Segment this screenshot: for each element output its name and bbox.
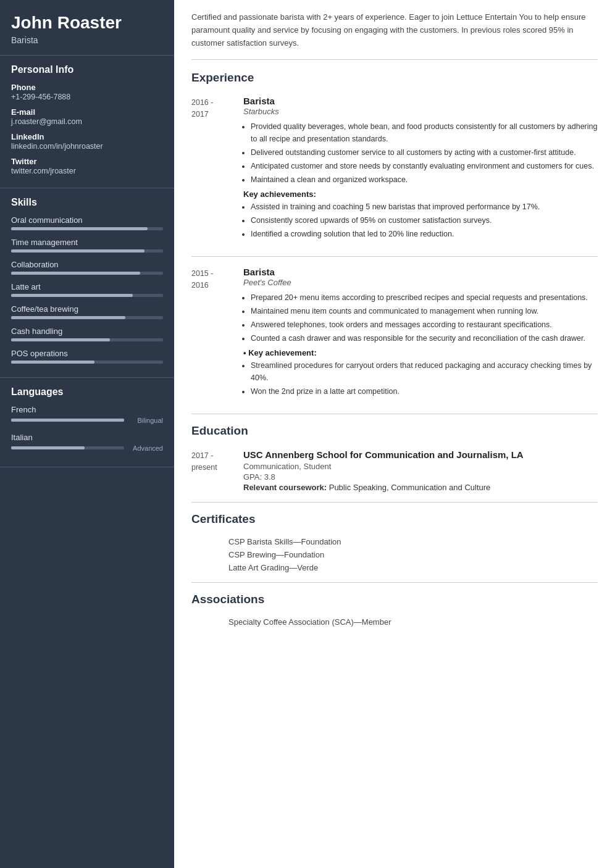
bullet-item: Provided quality beverages, whole bean, … <box>251 120 598 145</box>
email-label: E-mail <box>11 107 163 117</box>
experience-section: Experience 2016 -2017 Barista Starbucks … <box>191 71 598 401</box>
skill-coffee-tea-brewing: Coffee/tea brewing <box>11 304 163 319</box>
skill-bar-fill <box>11 316 125 319</box>
education-heading: Education <box>191 424 598 440</box>
email-value: j.roaster@gmail.com <box>11 117 163 126</box>
skill-bar-fill <box>11 361 94 364</box>
lang-level: Bilingual <box>129 417 163 424</box>
achievements-bullets: Streamlined procedures for carryout orde… <box>243 359 598 398</box>
main-content: Certified and passionate barista with 2+… <box>174 0 615 868</box>
lang-bar-bg <box>11 446 124 449</box>
summary-text: Certified and passionate barista with 2+… <box>191 11 598 60</box>
lang-level: Advanced <box>129 444 163 452</box>
assoc-item: Specialty Coffee Association (SCA)—Membe… <box>191 617 598 627</box>
job-peets: 2015 -2016 Barista Peet's Coffee Prepare… <box>191 267 598 401</box>
job-bullets: Provided quality beverages, whole bean, … <box>243 120 598 186</box>
lang-italian: Italian Advanced <box>11 433 163 452</box>
bullet-item: Counted a cash drawer and was responsibl… <box>251 332 598 344</box>
email-item: E-mail j.roaster@gmail.com <box>11 107 163 126</box>
lang-bar-fill <box>11 419 124 422</box>
edu-coursework: Relevant coursework: Public Speaking, Co… <box>243 483 598 492</box>
skill-name: Cash handling <box>11 327 163 336</box>
achievement-item: Identified a crowding solution that led … <box>251 228 598 240</box>
skill-bar-fill <box>11 249 144 252</box>
job-bullets: Prepared 20+ menu items according to pre… <box>243 291 598 344</box>
skills-section: Skills Oral communication Time managemen… <box>0 188 174 378</box>
education-section: Education 2017 -present USC Annenberg Sc… <box>191 424 598 492</box>
skill-name: Time management <box>11 238 163 247</box>
edu-school: USC Annenberg School for Communication a… <box>243 449 598 461</box>
key-achievements-label: Key achievements: <box>243 190 598 199</box>
skill-bar-bg <box>11 294 163 297</box>
associations-section: Associations Specialty Coffee Associatio… <box>191 593 598 627</box>
twitter-label: Twitter <box>11 157 163 166</box>
lang-bar-bg <box>11 419 124 422</box>
job-content: Barista Starbucks Provided quality bever… <box>243 96 598 244</box>
personal-info-section: Personal Info Phone +1-299-456-7888 E-ma… <box>0 56 174 188</box>
skill-bar-bg <box>11 361 163 364</box>
skill-bar-fill <box>11 227 148 230</box>
job-title: Barista <box>243 267 598 277</box>
skills-heading: Skills <box>11 197 163 208</box>
skill-bar-bg <box>11 338 163 341</box>
lang-bar-row: Bilingual <box>11 417 163 424</box>
job-title: Barista <box>243 96 598 106</box>
bullet-item: Anticipated customer and store needs by … <box>251 160 598 172</box>
section-divider <box>191 256 598 257</box>
skill-name: Latte art <box>11 282 163 291</box>
sidebar: John Roaster Barista Personal Info Phone… <box>0 0 174 868</box>
phone-value: +1-299-456-7888 <box>11 93 163 101</box>
skill-bar-bg <box>11 316 163 319</box>
lang-bar-row: Advanced <box>11 444 163 452</box>
edu-gpa: GPA: 3.8 <box>243 472 598 482</box>
languages-heading: Languages <box>11 386 163 398</box>
achievement-item: Assisted in training and coaching 5 new … <box>251 201 598 213</box>
skill-pos-operations: POS operations <box>11 349 163 364</box>
skill-bar-bg <box>11 272 163 275</box>
achievements-bullets: Assisted in training and coaching 5 new … <box>243 201 598 240</box>
associations-heading: Associations <box>191 593 598 609</box>
job-content: Barista Peet's Coffee Prepared 20+ menu … <box>243 267 598 401</box>
cert-item: CSP Barista Skills—Foundation <box>191 537 598 546</box>
key-achievements-label: • Key achievement: <box>243 348 598 357</box>
edu-content: USC Annenberg School for Communication a… <box>243 449 598 492</box>
skill-name: Collaboration <box>11 260 163 269</box>
cert-item: CSP Brewing—Foundation <box>191 550 598 559</box>
skill-time-management: Time management <box>11 238 163 252</box>
edu-date: 2017 -present <box>191 449 233 474</box>
job-date: 2016 -2017 <box>191 96 233 120</box>
sidebar-header: John Roaster Barista <box>0 0 174 56</box>
skill-bar-bg <box>11 249 163 252</box>
lang-bar-fill <box>11 446 85 449</box>
candidate-name: John Roaster <box>11 14 163 33</box>
skill-bar-fill <box>11 294 133 297</box>
skill-name: POS operations <box>11 349 163 358</box>
bullet-item: Answered telephones, took orders and mes… <box>251 319 598 331</box>
job-company: Peet's Coffee <box>243 278 598 287</box>
skill-oral-communication: Oral communication <box>11 215 163 230</box>
bullet-item: Delivered outstanding customer service t… <box>251 146 598 159</box>
phone-label: Phone <box>11 83 163 92</box>
personal-info-heading: Personal Info <box>11 64 163 75</box>
candidate-title: Barista <box>11 35 163 45</box>
linkedin-label: LinkedIn <box>11 132 163 141</box>
lang-french: French Bilingual <box>11 405 163 424</box>
skill-name: Coffee/tea brewing <box>11 304 163 314</box>
assoc-list: Specialty Coffee Association (SCA)—Membe… <box>191 617 598 627</box>
twitter-value: twitter.com/jroaster <box>11 167 163 175</box>
skill-collaboration: Collaboration <box>11 260 163 275</box>
linkedin-value: linkedin.com/in/johnroaster <box>11 142 163 151</box>
languages-section: Languages French Bilingual Italian Advan… <box>0 378 174 467</box>
certificates-heading: Certificates <box>191 512 598 528</box>
skill-latte-art: Latte art <box>11 282 163 297</box>
bullet-item: Maintained menu item counts and communic… <box>251 305 598 317</box>
job-starbucks: 2016 -2017 Barista Starbucks Provided qu… <box>191 96 598 244</box>
edu-degree: Communication, Student <box>243 462 598 471</box>
lang-name: Italian <box>11 433 163 442</box>
section-divider <box>191 502 598 503</box>
certificates-section: Certificates CSP Barista Skills—Foundati… <box>191 512 598 572</box>
cert-list: CSP Barista Skills—Foundation CSP Brewin… <box>191 537 598 572</box>
skill-cash-handling: Cash handling <box>11 327 163 341</box>
bullet-item: Maintained a clean and organized workspa… <box>251 173 598 186</box>
achievement-item: Streamlined procedures for carryout orde… <box>251 359 598 384</box>
